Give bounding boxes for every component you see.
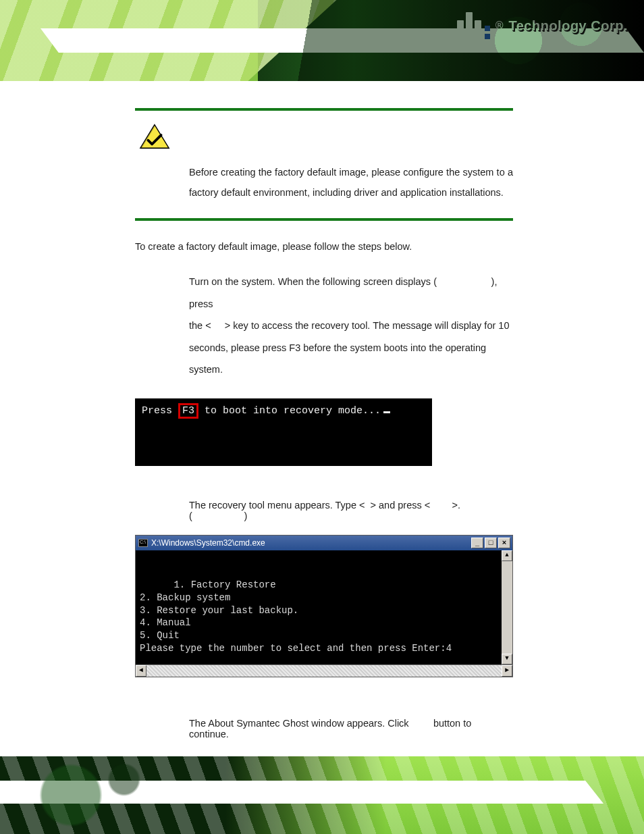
boot-prompt-screenshot: Press F3 to boot into recovery mode...: [135, 398, 432, 466]
minimize-button[interactable]: _: [471, 538, 483, 548]
step2-part-a: The recovery tool menu appears. Type <: [189, 500, 365, 511]
cmd-body: ▲ ▼1. Factory Restore 2. Backup system 3…: [136, 550, 512, 664]
page-header-graphic: ® Technology Corp.: [0, 0, 644, 81]
boot-text-f3-highlight: F3: [178, 403, 198, 419]
svg-marker-0: [140, 125, 169, 149]
step1-part-a: Turn on the system. When the following s…: [189, 276, 437, 287]
step1-part-d: > key to access the recovery tool. The m…: [225, 320, 510, 331]
note-icon: [139, 123, 513, 153]
step1-part-c: the <: [189, 320, 211, 331]
intro-paragraph: To create a factory default image, pleas…: [135, 241, 513, 252]
note-top-rule: [135, 108, 513, 111]
boot-text-pre: Press: [142, 405, 172, 417]
step-1: Turn on the system. When the following s…: [189, 271, 513, 381]
page-footer-graphic: [0, 756, 644, 834]
step3-part-a: The About Symantec Ghost window appears.…: [189, 718, 409, 729]
registered-mark: ®: [495, 20, 504, 32]
step2-part-d: ): [244, 511, 247, 521]
note-bottom-rule: [135, 218, 513, 221]
scroll-down-button[interactable]: ▼: [502, 654, 512, 664]
step-3: The About Symantec Ghost window appears.…: [189, 718, 513, 739]
brand-name: Technology Corp.: [508, 18, 628, 34]
window-buttons: _ □ ×: [471, 538, 510, 548]
content-column: Before creating the factory default imag…: [135, 108, 513, 739]
cmd-title-text: X:\Windows\System32\cmd.exe: [151, 538, 265, 548]
note-body-text: Before creating the factory default imag…: [135, 162, 513, 203]
cursor-icon: [383, 411, 390, 413]
boot-text-post: to boot into recovery mode...: [205, 405, 381, 417]
cmd-output: 1. Factory Restore 2. Backup system 3. R…: [140, 579, 452, 654]
cmd-window: X:\Windows\System32\cmd.exe _ □ × ▲ ▼1. …: [135, 535, 513, 677]
scroll-left-button[interactable]: ◄: [136, 665, 146, 677]
close-button[interactable]: ×: [498, 538, 510, 548]
step2-part-b: > and press <: [371, 500, 431, 511]
scroll-track[interactable]: [146, 665, 502, 677]
horizontal-scrollbar: ◄ ►: [136, 664, 512, 677]
step1-part-e: seconds, please press F3 before the syst…: [189, 342, 486, 375]
scroll-right-button[interactable]: ►: [502, 665, 512, 677]
iei-logo: [457, 12, 490, 39]
step-2: The recovery tool menu appears. Type < >…: [189, 500, 513, 521]
footer-white-strip: [0, 781, 603, 804]
cmd-icon: [138, 539, 148, 547]
scroll-up-button[interactable]: ▲: [502, 550, 512, 561]
maximize-button[interactable]: □: [485, 538, 497, 548]
cmd-titlebar: X:\Windows\System32\cmd.exe _ □ ×: [136, 536, 512, 550]
brand-block: ® Technology Corp.: [457, 12, 628, 39]
header-white-strip: [41, 28, 644, 53]
